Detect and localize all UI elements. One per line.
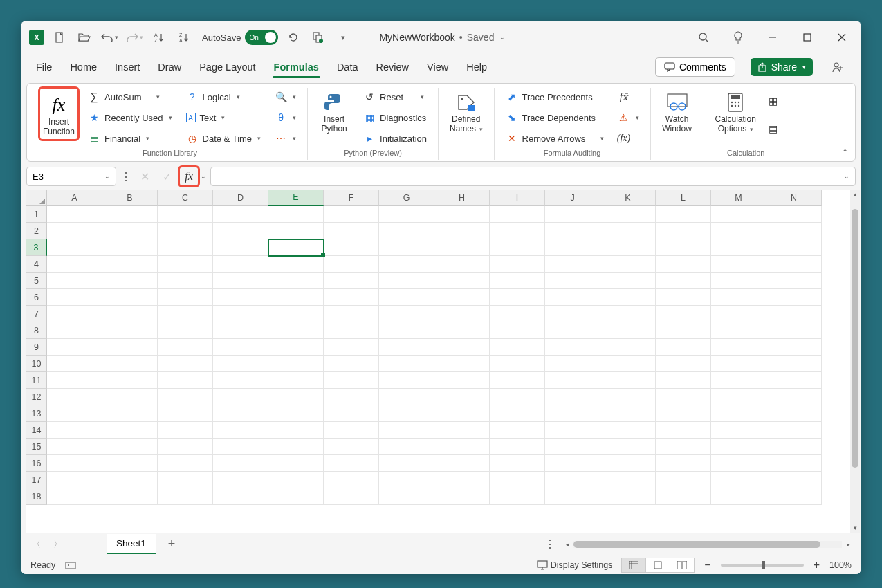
watch-window-button[interactable]: WatchWindow [658,88,697,137]
cell-K12[interactable] [600,389,656,405]
cell-F4[interactable] [324,256,379,273]
page-layout-view-button[interactable] [645,558,670,573]
tab-formulas[interactable]: Formulas [273,57,320,77]
cell-F9[interactable] [324,339,379,356]
cell-N7[interactable] [766,306,822,322]
cell-M8[interactable] [711,322,766,339]
column-header-H[interactable]: H [434,190,490,206]
cell-I17[interactable] [490,472,545,488]
cell-C14[interactable] [158,422,213,439]
cell-H17[interactable] [434,472,490,488]
cell-C16[interactable] [158,455,213,472]
cell-K1[interactable] [600,206,656,223]
cell-L10[interactable] [656,356,711,372]
scroll-up-icon[interactable]: ▴ [850,190,860,199]
cell-B7[interactable] [102,306,158,322]
cell-H18[interactable] [434,488,490,505]
cell-M7[interactable] [711,306,766,322]
cell-I3[interactable] [490,239,545,256]
cell-D12[interactable] [213,389,268,405]
calculation-options-button[interactable]: CalculationOptions ▾ [711,88,760,137]
cell-J5[interactable] [545,273,600,289]
column-header-F[interactable]: F [324,190,379,206]
sort-asc-icon[interactable]: AZ [149,28,169,47]
cell-D5[interactable] [213,273,268,289]
row-header-4[interactable]: 4 [26,256,47,273]
cell-C13[interactable] [158,405,213,422]
cell-H7[interactable] [434,306,490,322]
cell-E6[interactable] [268,289,324,306]
cell-C2[interactable] [158,223,213,239]
new-file-icon[interactable] [50,28,69,47]
cell-K9[interactable] [600,339,656,356]
calculate-now-button[interactable]: ▦ [766,92,781,110]
cell-G8[interactable] [379,322,434,339]
cell-M6[interactable] [711,289,766,306]
cell-J4[interactable] [545,256,600,273]
cell-I7[interactable] [490,306,545,322]
cell-D3[interactable] [213,239,268,256]
cell-K15[interactable] [600,439,656,455]
zoom-out-button[interactable]: − [704,559,710,571]
cell-I16[interactable] [490,455,545,472]
text-button[interactable]: AText▾ [182,109,266,127]
cell-L5[interactable] [656,273,711,289]
cell-I12[interactable] [490,389,545,405]
row-header-14[interactable]: 14 [26,422,47,439]
cell-I1[interactable] [490,206,545,223]
cell-N2[interactable] [766,223,822,239]
cell-E13[interactable] [268,405,324,422]
add-sheet-button[interactable]: + [163,537,181,551]
cell-A5[interactable] [47,273,102,289]
cell-D4[interactable] [213,256,268,273]
column-header-G[interactable]: G [379,190,434,206]
chevron-down-icon[interactable]: ⌄ [104,173,110,180]
cell-B5[interactable] [102,273,158,289]
insert-function-fx-button[interactable]: fx [180,167,198,185]
cell-A12[interactable] [47,389,102,405]
cell-C7[interactable] [158,306,213,322]
refresh-icon[interactable] [284,28,303,47]
cell-N11[interactable] [766,372,822,389]
cell-B1[interactable] [102,206,158,223]
cell-J3[interactable] [545,239,600,256]
normal-view-button[interactable] [621,558,646,573]
cell-E2[interactable] [268,223,324,239]
cell-G9[interactable] [379,339,434,356]
cell-E16[interactable] [268,455,324,472]
cell-E11[interactable] [268,372,324,389]
cell-G10[interactable] [379,356,434,372]
cell-L11[interactable] [656,372,711,389]
cell-J2[interactable] [545,223,600,239]
cell-E18[interactable] [268,488,324,505]
cell-L15[interactable] [656,439,711,455]
cell-N5[interactable] [766,273,822,289]
remove-arrows-button[interactable]: ✕Remove Arrows ▾ [502,129,608,147]
cell-C10[interactable] [158,356,213,372]
cell-B14[interactable] [102,422,158,439]
cell-D7[interactable] [213,306,268,322]
cell-L7[interactable] [656,306,711,322]
cell-L3[interactable] [656,239,711,256]
cell-E4[interactable] [268,256,324,273]
cell-I8[interactable] [490,322,545,339]
cell-E10[interactable] [268,356,324,372]
cell-J14[interactable] [545,422,600,439]
tab-data[interactable]: Data [336,57,360,77]
document-name[interactable]: MyNewWorkbook [379,32,454,43]
cell-L4[interactable] [656,256,711,273]
row-header-8[interactable]: 8 [26,322,47,339]
cell-F16[interactable] [324,455,379,472]
cell-H13[interactable] [434,405,490,422]
cell-B15[interactable] [102,439,158,455]
cell-J6[interactable] [545,289,600,306]
cell-N18[interactable] [766,488,822,505]
open-file-icon[interactable] [75,28,94,47]
cell-A7[interactable] [47,306,102,322]
column-header-C[interactable]: C [158,190,213,206]
cell-K16[interactable] [600,455,656,472]
row-header-9[interactable]: 9 [26,339,47,356]
formula-input[interactable]: ⌄ [210,167,856,186]
vscroll-thumb[interactable] [852,209,858,468]
column-header-E[interactable]: E [268,190,324,206]
